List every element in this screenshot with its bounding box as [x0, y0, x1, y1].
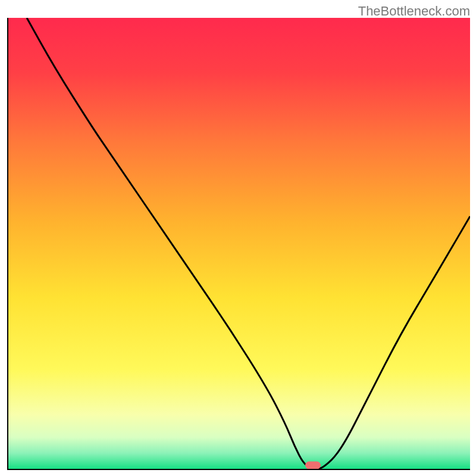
- watermark-text: TheBottleneck.com: [358, 4, 470, 19]
- optimum-marker: [305, 461, 321, 469]
- chart-container: TheBottleneck.com: [0, 0, 476, 476]
- curve-svg: [8, 18, 470, 469]
- plot-area: [7, 18, 470, 470]
- bottleneck-curve: [27, 18, 470, 469]
